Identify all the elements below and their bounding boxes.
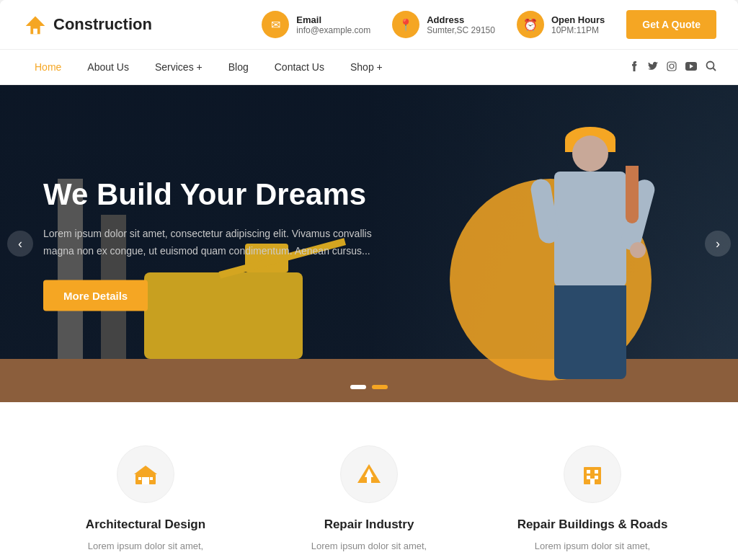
nav-link-services[interactable]: Services + [142, 50, 215, 84]
hero-content: We Build Your Dreams Lorem ipsum dolor s… [43, 177, 404, 311]
twitter-link[interactable] [648, 61, 658, 74]
service-title-3: Repair Buildings & Roads [506, 517, 679, 532]
service-desc-2: Lorem ipsum dolor sit amet, [283, 539, 455, 554]
svg-rect-24 [590, 479, 595, 484]
service-desc-3: Lorem ipsum dolor sit amet, [506, 539, 679, 554]
nav-bar: Home About Us Services + Blog Contact Us… [0, 50, 738, 85]
get-quote-button[interactable]: Get A Quote [626, 10, 716, 39]
top-bar: Construction ✉ Email info@example.com 📍 … [0, 0, 738, 50]
service-card-1: Architectural Design Lorem ipsum dolor s… [45, 438, 246, 560]
hero-section: We Build Your Dreams Lorem ipsum dolor s… [0, 85, 738, 402]
site-name: Construction [53, 15, 152, 34]
svg-rect-3 [33, 29, 37, 35]
service-card-3: Repair Buildings & Roads Lorem ipsum dol… [492, 438, 693, 560]
slider-next-button[interactable]: › [705, 231, 731, 257]
nav-link-shop[interactable]: Shop + [337, 50, 396, 84]
email-icon: ✉ [262, 11, 289, 38]
nav-links: Home About Us Services + Blog Contact Us… [22, 50, 396, 84]
svg-marker-12 [134, 466, 157, 474]
nav-item-home[interactable]: Home [22, 50, 74, 84]
address-text: Address Sumter,SC 29150 [427, 14, 495, 35]
instagram-link[interactable] [667, 61, 677, 74]
hours-label: Open Hours [551, 14, 605, 25]
instagram-icon [667, 61, 677, 71]
header-info: ✉ Email info@example.com 📍 Address Sumte… [262, 10, 716, 39]
address-info: 📍 Address Sumter,SC 29150 [392, 11, 495, 38]
svg-rect-4 [667, 62, 676, 71]
location-icon: 📍 [392, 11, 419, 38]
service-title-1: Architectural Design [59, 517, 232, 532]
services-section: Architectural Design Lorem ipsum dolor s… [0, 402, 738, 560]
address-label: Address [427, 14, 495, 25]
service-icon-buildings [564, 445, 621, 503]
email-value: info@example.com [296, 25, 370, 35]
worker-hair [626, 166, 639, 223]
svg-line-10 [713, 68, 716, 71]
facebook-link[interactable] [629, 61, 639, 74]
email-text: Email info@example.com [296, 14, 370, 35]
nav-social [629, 61, 716, 74]
nav-link-contact[interactable]: Contact Us [262, 50, 337, 84]
hours-info: ⏰ Open Hours 10PM:11PM [517, 11, 605, 38]
svg-rect-14 [138, 477, 141, 480]
search-icon[interactable] [706, 61, 716, 74]
slider-dots [350, 385, 388, 389]
slider-dot-2[interactable] [372, 385, 388, 389]
slider-prev-button[interactable]: ‹ [7, 231, 33, 257]
worker-head [572, 135, 608, 172]
nav-item-shop[interactable]: Shop + [337, 50, 396, 84]
twitter-icon [648, 61, 658, 71]
svg-rect-21 [595, 470, 598, 474]
nav-item-blog[interactable]: Blog [215, 50, 262, 84]
service-icon-repair [340, 445, 398, 503]
clock-icon: ⏰ [517, 11, 544, 38]
hero-description: Lorem ipsum dolor sit amet, consectetur … [43, 226, 404, 260]
svg-rect-23 [595, 476, 598, 479]
svg-rect-13 [142, 477, 149, 484]
nav-item-contact[interactable]: Contact Us [262, 50, 337, 84]
youtube-icon [685, 62, 697, 71]
svg-rect-22 [587, 476, 590, 479]
email-info: ✉ Email info@example.com [262, 11, 370, 38]
service-icon-architectural [117, 445, 174, 503]
service-card-2: Repair Industry Lorem ipsum dolor sit am… [268, 438, 470, 560]
youtube-link[interactable] [685, 61, 697, 73]
service-desc-1: Lorem ipsum dolor sit amet, [59, 539, 232, 554]
address-value: Sumter,SC 29150 [427, 25, 495, 35]
facebook-icon [629, 61, 639, 71]
nav-item-about[interactable]: About Us [74, 50, 142, 84]
nav-link-blog[interactable]: Blog [215, 50, 262, 84]
slider-dot-1[interactable] [350, 385, 366, 389]
worker-pants [554, 285, 626, 379]
service-title-2: Repair Industry [283, 517, 455, 532]
worker-body [554, 172, 626, 287]
svg-rect-20 [587, 470, 590, 474]
logo[interactable]: Construction [22, 11, 152, 38]
svg-point-9 [707, 61, 714, 68]
svg-rect-15 [150, 477, 153, 480]
worker-figure [522, 135, 666, 381]
worker-hand [630, 242, 646, 258]
svg-point-6 [674, 63, 675, 63]
email-label: Email [296, 14, 370, 25]
nav-link-home[interactable]: Home [22, 50, 74, 84]
svg-point-5 [670, 64, 674, 68]
hours-value: 10PM:11PM [551, 25, 605, 35]
hours-text: Open Hours 10PM:11PM [551, 14, 605, 35]
more-details-button[interactable]: More Details [43, 280, 148, 311]
logo-icon [22, 11, 49, 38]
hero-title: We Build Your Dreams [43, 177, 404, 213]
nav-link-about[interactable]: About Us [74, 50, 142, 84]
nav-item-services[interactable]: Services + [142, 50, 215, 84]
